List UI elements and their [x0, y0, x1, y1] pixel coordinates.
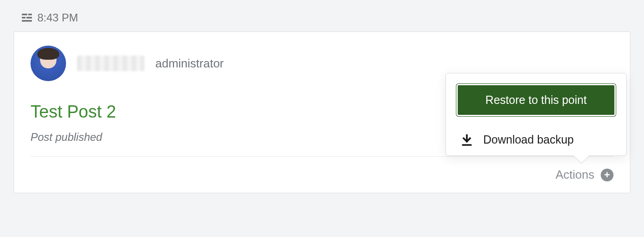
avatar [31, 46, 66, 81]
svg-rect-4 [22, 20, 32, 22]
plus-circle-icon: + [601, 169, 613, 181]
author-name-redacted [77, 56, 144, 71]
download-label: Download backup [483, 133, 574, 146]
download-icon [460, 134, 473, 146]
svg-rect-0 [22, 14, 27, 15]
svg-rect-2 [22, 17, 26, 19]
download-backup-button[interactable]: Download backup [456, 130, 616, 147]
actions-toggle[interactable]: Actions + [31, 168, 613, 182]
actions-popover: Restore to this point Download backup [445, 73, 627, 156]
restore-button[interactable]: Restore to this point [456, 83, 616, 117]
timeline-entry-header: 8:43 PM [14, 11, 630, 24]
svg-rect-5 [462, 144, 472, 146]
actions-label: Actions [556, 168, 594, 182]
author-role: administrator [155, 57, 224, 71]
entry-timestamp: 8:43 PM [37, 11, 78, 24]
svg-rect-1 [28, 14, 32, 15]
post-type-icon [22, 14, 32, 22]
svg-rect-3 [26, 17, 32, 19]
